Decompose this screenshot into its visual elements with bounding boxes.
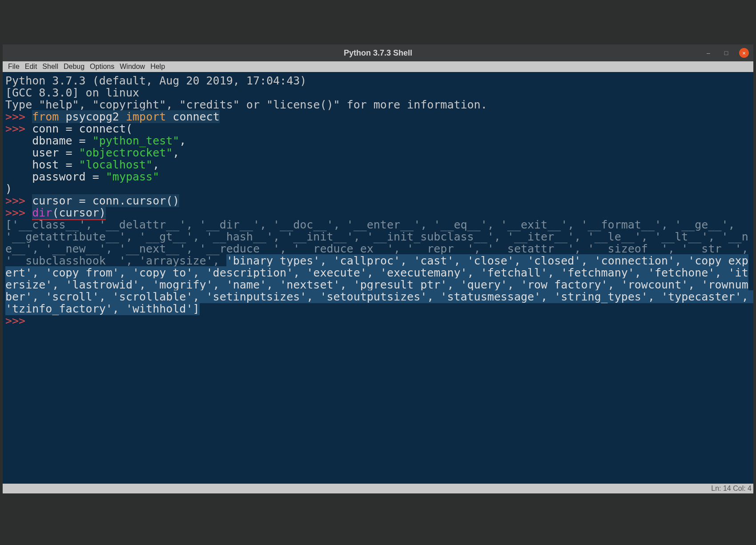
menu-edit[interactable]: Edit xyxy=(22,62,40,71)
banner-line-1: Python 3.7.3 (default, Aug 20 2019, 17:0… xyxy=(5,74,313,87)
string-literal: "mypass" xyxy=(106,170,159,183)
close-button[interactable]: × xyxy=(739,48,749,58)
maximize-button[interactable]: □ xyxy=(721,48,731,58)
menu-help[interactable]: Help xyxy=(148,62,168,71)
string-literal: "objectrocket" xyxy=(79,146,173,159)
window-titlebar: Python 3.7.3 Shell – □ × xyxy=(3,44,753,61)
code-line: ) xyxy=(5,182,12,195)
menu-debug[interactable]: Debug xyxy=(61,62,87,71)
prompt: >>> xyxy=(5,110,32,123)
code-line: user = xyxy=(5,146,79,159)
code-dir-line: dir(cursor) xyxy=(32,206,106,219)
prompt: >>> xyxy=(5,122,32,135)
cursor-position: Ln: 14 Col: 4 xyxy=(711,485,752,493)
comma: , xyxy=(153,158,159,171)
keyword-import: import xyxy=(126,110,166,123)
module-name: psycopg2 xyxy=(66,110,119,123)
keyword-from: from xyxy=(32,110,59,123)
prompt: >>> xyxy=(5,314,32,327)
code-line: dbname = xyxy=(5,134,92,147)
menu-file[interactable]: File xyxy=(5,62,22,71)
code-import-line: from psycopg2 import connect xyxy=(32,110,220,123)
window-controls: – □ × xyxy=(704,48,749,58)
prompt: >>> xyxy=(5,206,32,219)
comma: , xyxy=(179,134,186,147)
code-cursor-line: cursor = conn.cursor() xyxy=(32,194,179,207)
menu-window[interactable]: Window xyxy=(117,62,148,71)
statusbar: Ln: 14 Col: 4 xyxy=(3,484,753,493)
comma: , xyxy=(173,146,179,159)
minimize-button[interactable]: – xyxy=(704,48,713,58)
import-name: connect xyxy=(173,110,219,123)
menu-shell[interactable]: Shell xyxy=(40,62,61,71)
banner-line-3: Type "help", "copyright", "credits" or "… xyxy=(5,98,487,111)
shell-text-area[interactable]: Python 3.7.3 (default, Aug 20 2019, 17:0… xyxy=(3,72,753,484)
string-literal: "python_test" xyxy=(92,134,180,147)
code-line: password = xyxy=(5,170,106,183)
menubar: File Edit Shell Debug Options Window Hel… xyxy=(3,61,753,72)
prompt: >>> xyxy=(5,194,32,207)
banner-line-2: [GCC 8.3.0] on linux xyxy=(5,86,139,99)
code-line: conn = connect( xyxy=(32,122,133,135)
string-literal: "localhost" xyxy=(79,158,153,171)
window-title: Python 3.7.3 Shell xyxy=(344,48,412,58)
menu-options[interactable]: Options xyxy=(87,62,117,71)
code-line: host = xyxy=(5,158,79,171)
